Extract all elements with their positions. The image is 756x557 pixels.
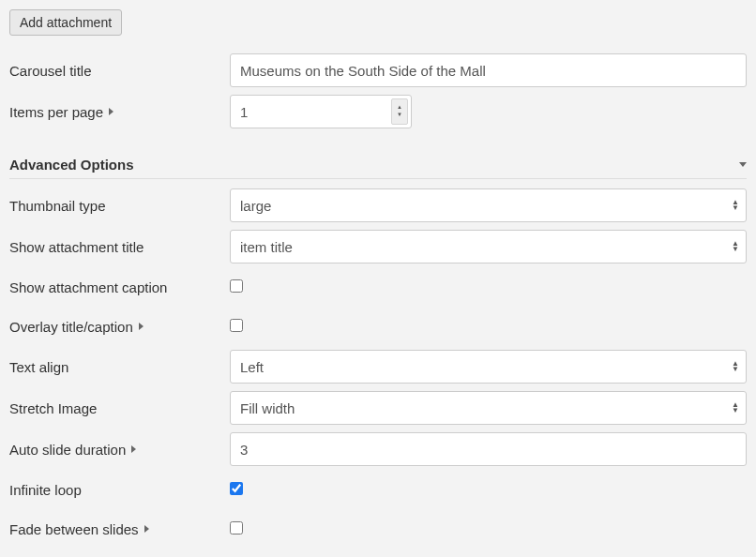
label-overlay-title-caption: Overlay title/caption	[9, 319, 230, 335]
caret-down-icon	[739, 162, 747, 167]
row-auto-slide-duration: Auto slide duration	[9, 429, 747, 470]
show-attachment-title-select[interactable]: item title	[230, 230, 747, 263]
carousel-title-input[interactable]	[230, 53, 747, 87]
row-infinite-loop: Infinite loop	[9, 470, 747, 509]
label-items-per-page: Items per page	[9, 104, 230, 120]
advanced-options-body: Thumbnail type large ▲▼ Show attachment …	[9, 179, 747, 549]
row-overlay-title-caption: Overlay title/caption	[9, 307, 747, 346]
caret-right-icon	[144, 525, 149, 533]
label-carousel-title: Carousel title	[9, 63, 230, 79]
row-carousel-title: Carousel title	[9, 50, 747, 91]
label-fade-between-slides: Fade between slides	[9, 521, 230, 537]
row-thumbnail-type: Thumbnail type large ▲▼	[9, 185, 747, 226]
overlay-title-caption-checkbox[interactable]	[230, 319, 243, 332]
stretch-image-select[interactable]: Fill width	[230, 391, 747, 425]
fade-between-slides-checkbox[interactable]	[230, 521, 243, 534]
caret-right-icon	[139, 323, 144, 330]
label-thumbnail-type: Thumbnail type	[9, 198, 230, 214]
advanced-options-header[interactable]: Advanced Options	[9, 151, 747, 179]
thumbnail-type-select[interactable]: large	[230, 188, 747, 222]
infinite-loop-checkbox[interactable]	[230, 482, 243, 495]
label-overlay-title-caption-text: Overlay title/caption	[9, 319, 133, 335]
text-align-select[interactable]: Left	[230, 350, 747, 384]
items-per-page-input[interactable]	[230, 95, 412, 128]
auto-slide-duration-input[interactable]	[230, 432, 747, 466]
row-items-per-page: Items per page ▲▼	[9, 91, 747, 132]
row-show-attachment-caption: Show attachment caption	[9, 267, 747, 307]
row-text-align: Text align Left ▲▼	[9, 346, 747, 387]
label-fade-between-slides-text: Fade between slides	[9, 521, 139, 537]
row-show-attachment-title: Show attachment title item title ▲▼	[9, 226, 747, 267]
advanced-options-title: Advanced Options	[9, 157, 134, 173]
label-items-per-page-text: Items per page	[9, 104, 103, 120]
label-auto-slide-duration: Auto slide duration	[9, 442, 230, 458]
label-show-attachment-title: Show attachment title	[9, 239, 230, 255]
label-stretch-image: Stretch Image	[9, 400, 230, 416]
stepper-icon[interactable]: ▲▼	[391, 98, 408, 125]
add-attachment-button[interactable]: Add attachment	[9, 9, 122, 36]
label-auto-slide-duration-text: Auto slide duration	[9, 442, 126, 458]
row-stretch-image: Stretch Image Fill width ▲▼	[9, 387, 747, 429]
label-text-align: Text align	[9, 359, 230, 375]
row-fade-between-slides: Fade between slides	[9, 509, 747, 549]
form-container: Add attachment Carousel title Items per …	[0, 0, 756, 549]
show-attachment-caption-checkbox[interactable]	[230, 279, 243, 293]
caret-right-icon	[131, 445, 136, 453]
label-show-attachment-caption: Show attachment caption	[9, 279, 230, 295]
caret-right-icon	[109, 108, 113, 115]
label-infinite-loop: Infinite loop	[9, 482, 230, 498]
